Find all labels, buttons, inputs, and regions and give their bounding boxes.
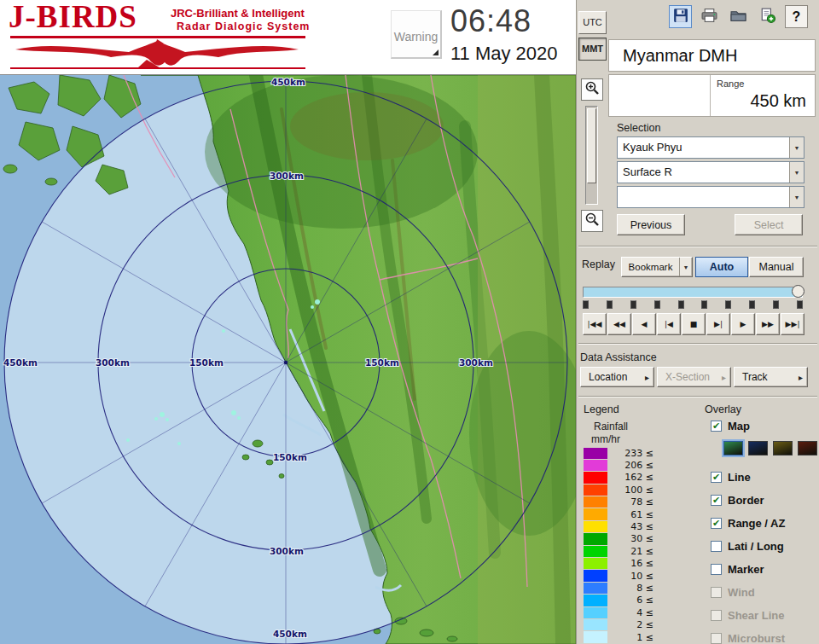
- overlay-item-border[interactable]: ✔Border: [711, 489, 785, 512]
- zoom-out-button[interactable]: [581, 210, 603, 232]
- checkbox[interactable]: [711, 610, 722, 621]
- zoom-in-button[interactable]: [581, 78, 603, 101]
- replay-tick[interactable]: [701, 300, 707, 309]
- timezone-toggle-group: UTCMMT: [578, 11, 607, 64]
- legend-value: 21 ≤: [614, 546, 653, 557]
- track-button[interactable]: Track▸: [734, 367, 808, 387]
- checkbox[interactable]: [711, 587, 722, 598]
- zoom-slider-track[interactable]: [585, 106, 598, 205]
- playback-play-button[interactable]: ▶: [731, 313, 755, 335]
- checkbox[interactable]: [711, 541, 722, 552]
- map-scheme-dark-navy[interactable]: [748, 441, 768, 455]
- map-color-scheme-group: [723, 441, 817, 455]
- help-icon: ?: [793, 9, 801, 25]
- replay-tick[interactable]: [797, 300, 803, 309]
- legend-color-swatch: [584, 607, 607, 618]
- map-scheme-dark-maroon[interactable]: [798, 441, 817, 455]
- overlay-label: Range / AZ: [728, 517, 785, 530]
- bookmark-button[interactable]: Bookmark ▼: [621, 257, 693, 277]
- chevron-down-icon[interactable]: ▼: [789, 137, 804, 158]
- overlay-item-map[interactable]: ✔ Map: [711, 420, 750, 432]
- playback-play-reverse-button[interactable]: ◀: [632, 313, 656, 335]
- replay-tick-marks: [583, 300, 803, 309]
- checkbox[interactable]: [711, 633, 722, 644]
- open-folder-button[interactable]: [727, 5, 750, 28]
- overlay-item-line[interactable]: ✔Line: [711, 466, 785, 489]
- checkbox[interactable]: ✔: [711, 495, 722, 506]
- chevron-down-icon[interactable]: ▼: [789, 187, 804, 207]
- ring-distance-label: 150km: [189, 357, 224, 368]
- timezone-button-mmt[interactable]: MMT: [578, 38, 607, 61]
- x-section-button[interactable]: X-Section▸: [657, 367, 731, 387]
- selection-dropdown-1[interactable]: Kyauk Phyu▼: [617, 136, 804, 159]
- checkbox[interactable]: ✔: [711, 472, 722, 483]
- dropdown-value: Surface R: [618, 162, 789, 183]
- checkbox[interactable]: ✔: [711, 421, 722, 432]
- overlay-item-shear-line[interactable]: Shear Line: [711, 604, 785, 627]
- legend-color-swatch: [584, 558, 607, 569]
- help-button[interactable]: ?: [785, 5, 808, 28]
- slider-thumb[interactable]: [792, 285, 804, 298]
- overlay-item-microburst[interactable]: Microburst: [711, 627, 785, 644]
- legend-value: 78 ≤: [614, 496, 653, 508]
- submenu-arrow-icon: ▸: [722, 373, 726, 382]
- overlay-item-marker[interactable]: Marker: [711, 558, 785, 581]
- selection-dropdown-3[interactable]: ▼: [617, 186, 804, 208]
- replay-tick[interactable]: [773, 300, 779, 309]
- header-bar: J-BIRDS JRC-Brilliant & Intelligent Rada…: [0, 0, 576, 75]
- ring-distance-label: 150km: [273, 452, 307, 462]
- playback-stop-button[interactable]: ■: [682, 313, 706, 335]
- playback-last-button[interactable]: ▶▶|: [781, 313, 804, 335]
- location-button[interactable]: Location▸: [580, 367, 654, 387]
- app-logo-title: J-BIRDS: [9, 0, 137, 35]
- select-button[interactable]: Select: [735, 214, 803, 235]
- chevron-down-icon[interactable]: ▼: [789, 162, 804, 183]
- manual-mode-button[interactable]: Manual: [749, 257, 804, 277]
- replay-timeline-slider[interactable]: [583, 287, 803, 298]
- replay-tick[interactable]: [678, 300, 684, 309]
- legend-color-swatch: [584, 472, 607, 483]
- replay-tick[interactable]: [607, 300, 613, 309]
- legend-color-swatch: [584, 570, 607, 581]
- toolbar: ?: [669, 5, 808, 28]
- replay-tick[interactable]: [725, 300, 731, 309]
- playback-first-button[interactable]: |◀◀: [583, 313, 607, 335]
- overlay-label-map: Map: [728, 420, 750, 432]
- overlay-item-lati-long[interactable]: Lati / Long: [711, 535, 785, 558]
- legend-row: 78 ≤: [584, 496, 653, 508]
- selection-dropdown-group: Kyauk Phyu▼Surface R▼▼: [617, 136, 804, 211]
- legend-value: 162 ≤: [614, 472, 653, 483]
- checkbox[interactable]: [711, 564, 722, 575]
- chevron-down-icon[interactable]: ▼: [679, 258, 692, 276]
- radar-map[interactable]: 450km300km450km300km150km150km300km150km…: [0, 75, 576, 644]
- auto-mode-button[interactable]: Auto: [695, 257, 748, 277]
- print-button[interactable]: [698, 5, 721, 28]
- legend-color-swatch: [584, 631, 607, 642]
- previous-button[interactable]: Previous: [617, 214, 685, 235]
- replay-tick[interactable]: [749, 300, 755, 309]
- replay-tick[interactable]: [630, 300, 636, 309]
- button-label: X-Section: [665, 371, 710, 383]
- logo-tagline-line1: JRC-Brilliant & Intelligent: [171, 7, 305, 20]
- playback-fast-rewind-button[interactable]: ◀◀: [607, 313, 631, 335]
- selection-dropdown-2[interactable]: Surface R▼: [617, 161, 804, 183]
- map-scheme-dark-olive[interactable]: [773, 441, 793, 455]
- playback-step-back-button[interactable]: |◀: [657, 313, 681, 335]
- timezone-button-utc[interactable]: UTC: [578, 11, 607, 34]
- replay-tick[interactable]: [654, 300, 660, 309]
- zoom-slider-thumb[interactable]: [587, 108, 596, 183]
- checkbox[interactable]: ✔: [711, 518, 722, 529]
- save-button[interactable]: [669, 5, 692, 28]
- warning-button[interactable]: Warning: [391, 10, 442, 59]
- map-scheme-terrain-green[interactable]: [723, 441, 743, 455]
- playback-fast-forward-button[interactable]: ▶▶: [756, 313, 780, 335]
- dropdown-value: [618, 187, 789, 207]
- replay-tick[interactable]: [583, 300, 589, 309]
- radar-map-viewport[interactable]: 450km300km450km300km150km150km300km150km…: [0, 75, 576, 644]
- overlay-label: Line: [728, 471, 751, 484]
- legend-color-swatch: [584, 496, 607, 508]
- export-button[interactable]: [756, 5, 779, 28]
- overlay-item-wind[interactable]: Wind: [711, 581, 785, 604]
- playback-step-forward-button[interactable]: ▶|: [706, 313, 730, 335]
- overlay-item-range-az[interactable]: ✔Range / AZ: [711, 512, 785, 535]
